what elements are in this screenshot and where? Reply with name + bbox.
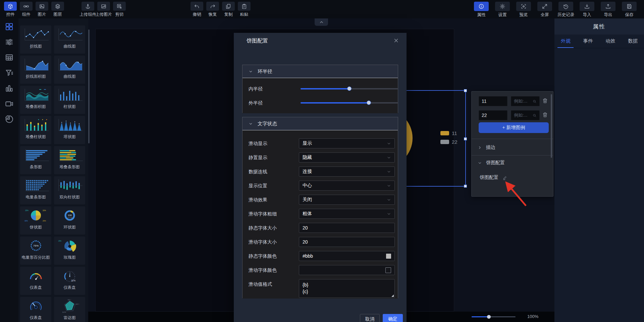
toolbar-collapse-tab[interactable] — [315, 18, 328, 26]
rail-item-pie-icon[interactable] — [5, 115, 14, 124]
toolbar-button-cut[interactable]: 剪切 — [113, 2, 126, 17]
chart-card-gauge-tick[interactable]: 32%仪表盘 — [54, 267, 85, 295]
tab-外观[interactable]: 外观 — [554, 35, 577, 48]
trash-icon[interactable] — [542, 112, 549, 119]
chart-card-rose[interactable]: 25%玫瑰图 — [54, 237, 85, 265]
chart-card-bidir-bar[interactable]: 双向柱状图 — [54, 176, 85, 204]
legend-example-input[interactable]: 例如:... — [511, 96, 540, 106]
left-icon-rail — [0, 18, 18, 322]
edit-pencil-icon[interactable] — [502, 175, 507, 180]
resize-handle[interactable] — [391, 295, 394, 297]
chart-card-battery-pct[interactable]: 75%电量形百分比图 — [20, 237, 51, 265]
legend-value-input[interactable]: 22 — [479, 110, 507, 120]
cancel-button[interactable]: 取消 — [360, 314, 380, 322]
chart-card-label: 玫瑰图 — [64, 255, 76, 260]
rail-item-sliders-icon[interactable] — [5, 38, 14, 47]
toolbar-button-cube[interactable]: 控件 — [4, 2, 17, 17]
chart-card-stacked-bar[interactable]: 堆叠柱状图 — [20, 116, 51, 144]
tab-数据[interactable]: 数据 — [622, 35, 644, 48]
chart-card-curve-area[interactable]: 曲线图 — [54, 56, 85, 84]
toolbar-button-upload-component[interactable]: 上传组件 — [82, 2, 94, 17]
tab-事件[interactable]: 事件 — [577, 35, 599, 48]
zoom-slider[interactable] — [472, 316, 516, 317]
toolbar-button-layers[interactable]: 图层 — [51, 2, 64, 17]
pie-config-entry: 饼图配置 — [480, 175, 507, 181]
toolbar-button-redo[interactable]: 恢复 — [206, 2, 219, 17]
selection-handle-right-middle[interactable] — [464, 137, 467, 140]
zoom-slider-handle[interactable] — [487, 315, 491, 319]
chart-card-tower[interactable]: 塔状图 — [54, 116, 85, 144]
confirm-button[interactable]: 确定 — [383, 314, 403, 322]
toolbar-button-import[interactable]: 导入 — [579, 2, 595, 18]
toolbar-button-info[interactable]: 属性 — [473, 2, 489, 18]
chart-card-hbar[interactable]: 条形图 — [20, 146, 51, 174]
field-input[interactable]: 20 — [299, 223, 395, 233]
slider-handle[interactable] — [347, 86, 352, 91]
chart-card-stacked-hbar[interactable]: 堆叠条形图 — [54, 146, 85, 174]
chart-card-donut[interactable]: 100设备总数环状图 — [54, 206, 85, 235]
chart-card-battery-hbar[interactable]: 电量条形图 — [20, 176, 51, 204]
chart-card-curve[interactable]: 曲线图 — [54, 25, 85, 54]
color-field[interactable] — [299, 265, 395, 275]
chart-library-panel: 折线图曲线图折线面积图曲线图堆叠面积图柱状图堆叠柱状图塔状图条形图堆叠条形图电量… — [18, 18, 88, 322]
chevron-down-icon — [387, 184, 391, 188]
rail-item-bar-chart-icon[interactable] — [5, 84, 14, 93]
legend-panel-scrollbar[interactable] — [551, 94, 552, 158]
chart-card-gauge-blue[interactable]: 仪表盘 — [20, 297, 51, 322]
text-state-body: 滑动显示显示静置显示隐藏数据连线连接显示位置中心滑动效果关闭滑动字体粗细粗体静态… — [243, 130, 398, 299]
chart-card-pie[interactable]: 25%20%30%25%饼状图 — [20, 206, 51, 235]
color-field[interactable]: #bbb — [299, 251, 395, 261]
close-icon[interactable] — [393, 38, 399, 44]
toolbar-button-fullscreen[interactable]: 全屏 — [537, 2, 553, 18]
svg-text:25%: 25% — [43, 220, 46, 222]
toolbar-button-preview[interactable]: 预览 — [516, 2, 532, 18]
section-text-state-header[interactable]: 文字状态 — [243, 117, 398, 130]
trash-icon[interactable] — [542, 98, 549, 105]
chart-card-gauge-color[interactable]: 仪表盘 — [20, 267, 51, 295]
field-input[interactable]: 20 — [299, 237, 395, 247]
outer-radius-slider[interactable] — [301, 102, 398, 104]
modal-title: 饼图配置 — [247, 38, 268, 45]
chart-panel-scrollbar[interactable] — [88, 29, 90, 143]
selection-handle-bottom-right[interactable] — [464, 185, 467, 188]
inner-radius-slider[interactable] — [301, 88, 398, 89]
tab-动效[interactable]: 动效 — [599, 35, 622, 48]
gear-icon — [495, 2, 510, 11]
toolbar-button-image[interactable]: 图片 — [36, 2, 48, 17]
field-select[interactable]: 粗体 — [299, 209, 395, 219]
selection-handle-top-right[interactable] — [464, 89, 467, 92]
field-select[interactable]: 连接 — [299, 167, 395, 177]
add-legend-button[interactable]: + 新增图例 — [479, 122, 549, 133]
chart-card-stacked-area[interactable]: 堆叠面积图 — [20, 86, 51, 114]
toolbar-button-upload-image[interactable]: 上传图片 — [97, 2, 110, 17]
field-textarea[interactable]: {b} {c} — [299, 279, 395, 298]
rail-item-grid-icon[interactable] — [5, 22, 14, 31]
chart-card-line[interactable]: 折线图 — [20, 25, 51, 54]
chart-card-radar[interactable]: 数据一数据二数据四雷达图 — [54, 297, 85, 322]
toolbar-button-undo[interactable]: 撤销 — [191, 2, 203, 17]
section-stroke[interactable]: 描边 — [478, 144, 495, 150]
toolbar-button-export[interactable]: 导出 — [600, 2, 616, 18]
rail-item-video-icon[interactable] — [5, 99, 14, 108]
rail-item-table-icon[interactable] — [5, 53, 14, 62]
toolbar-button-link[interactable]: 组件 — [20, 2, 33, 17]
chart-card-line-area[interactable]: 折线面积图 — [20, 56, 51, 84]
toolbar-button-paste[interactable]: 粘贴 — [238, 2, 251, 17]
section-pie-config[interactable]: 饼图配置 — [478, 160, 505, 166]
field-select[interactable]: 显示 — [299, 138, 395, 148]
toolbar-button-history[interactable]: 历史记录 — [558, 2, 574, 18]
slider-handle[interactable] — [367, 101, 371, 105]
field-select[interactable]: 关闭 — [299, 195, 395, 205]
field-select[interactable]: 隐藏 — [299, 152, 395, 163]
color-swatch[interactable] — [385, 267, 391, 273]
legend-value-input[interactable]: 11 — [479, 96, 507, 106]
rail-item-filter-icon[interactable] — [5, 68, 14, 77]
toolbar-button-save[interactable]: 保存 — [621, 2, 637, 18]
chart-card-bar[interactable]: 柱状图 — [54, 86, 85, 114]
legend-example-input[interactable]: 例如:... — [511, 110, 540, 120]
toolbar-button-gear[interactable]: 设置 — [494, 2, 511, 18]
field-select[interactable]: 中心 — [299, 181, 395, 191]
section-ring-radius-header[interactable]: 环半径 — [243, 65, 398, 78]
toolbar-button-copy[interactable]: 复制 — [222, 2, 235, 17]
color-swatch[interactable] — [386, 254, 391, 259]
